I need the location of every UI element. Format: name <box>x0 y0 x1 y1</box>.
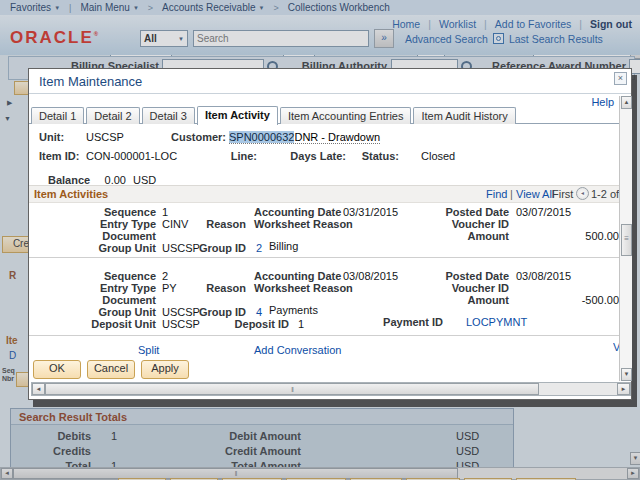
item-activities-title: Item Activities <box>34 188 108 200</box>
accounting-date-label: Accounting Date <box>254 206 341 218</box>
help-link[interactable]: Help <box>591 96 614 108</box>
amount-value: 500.00 <box>519 230 619 242</box>
tab-detail-1[interactable]: Detail 1 <box>31 107 84 124</box>
field-row-2: Item ID: CON-000001-LOC Line: Days Late:… <box>29 150 620 164</box>
amount-label: Amount <box>409 294 509 306</box>
close-icon[interactable]: × <box>614 72 627 85</box>
posted-date-value: 03/08/2015 <box>516 270 571 282</box>
find-link[interactable]: Find <box>486 188 507 200</box>
tab-detail-3[interactable]: Detail 3 <box>142 107 195 124</box>
sequence-label: Sequence <box>29 270 156 282</box>
group-unit-label: Group Unit <box>29 242 156 254</box>
cancel-button[interactable]: Cancel <box>87 360 135 379</box>
item-id-label: Item ID: <box>39 150 79 162</box>
group-id-label: Group ID <box>179 242 246 254</box>
add-conversation-link[interactable]: Add Conversation <box>254 344 341 356</box>
group-id-link[interactable]: 2 <box>256 242 262 254</box>
payment-id-label: Payment ID <box>343 316 443 328</box>
activity-row: Sequence 1 Accounting Date 03/31/2015 Po… <box>29 201 620 258</box>
entry-type-label: Entry Type <box>29 218 156 230</box>
group-id-label: Group ID <box>179 306 246 318</box>
sequence-value: 1 <box>162 206 168 218</box>
split-link[interactable]: Split <box>138 344 159 356</box>
reason-label: Reason <box>179 282 246 294</box>
modal-hscrollbar[interactable]: ◄ ||| ► <box>31 382 631 396</box>
deposit-id-value: 1 <box>298 318 304 330</box>
unit-value: USCSP <box>86 131 124 143</box>
line-label: Line: <box>209 150 257 162</box>
collections-workbench-screen: Favorites ▼ | Main Menu ▼ > Accounts Rec… <box>0 0 640 480</box>
customer-label: Customer: <box>159 131 226 143</box>
find-viewall-divider: | <box>510 188 513 200</box>
item-id-value: CON-000001-LOC <box>86 150 177 162</box>
apply-button[interactable]: Apply <box>141 360 189 379</box>
payment-id-link[interactable]: LOCPYMNT <box>466 316 527 328</box>
deposit-unit-label: Deposit Unit <box>29 318 156 330</box>
group-unit-label: Group Unit <box>29 306 156 318</box>
scroll-right-icon[interactable]: ► <box>617 383 630 395</box>
view-all-link[interactable]: View All <box>516 188 554 200</box>
modal-vscrollbar-thumb[interactable]: ≡ <box>621 224 632 256</box>
amount-value: -500.00 <box>519 294 619 306</box>
status-label: Status: <box>347 150 399 162</box>
customer-desc: DNR - Drawdown <box>294 131 380 143</box>
modal-title: Item Maintenance <box>39 74 142 89</box>
scroll-left-icon[interactable]: ◄ <box>32 383 45 395</box>
worksheet-reason-label: Worksheet Reason <box>254 282 353 294</box>
document-label: Document <box>29 294 156 306</box>
activity-category: Payments <box>269 304 318 316</box>
tab-bar: Detail 1 Detail 2 Detail 3 Item Activity… <box>31 106 516 124</box>
sequence-value: 2 <box>162 270 168 282</box>
document-label: Document <box>29 230 156 242</box>
reason-label: Reason <box>179 218 246 230</box>
group-id-link[interactable]: 4 <box>256 306 262 318</box>
tab-item-accounting-entries[interactable]: Item Accounting Entries <box>280 107 412 124</box>
amount-label: Amount <box>409 230 509 242</box>
voucher-id-label: Voucher ID <box>409 282 509 294</box>
first-page-icon[interactable]: ◄ <box>576 187 589 200</box>
voucher-id-label: Voucher ID <box>409 218 509 230</box>
unit-label: Unit: <box>39 131 64 143</box>
tab-item-activity[interactable]: Item Activity <box>197 106 278 125</box>
deposit-id-label: Deposit ID <box>219 318 289 330</box>
entry-type-value: PY <box>162 282 177 294</box>
activity-category: Billing <box>269 240 298 252</box>
accounting-date-label: Accounting Date <box>254 270 341 282</box>
field-row-1: Unit: USCSP Customer: SPN0000632DNR - Dr… <box>29 131 620 145</box>
modal-hscrollbar-thumb[interactable]: ||| <box>45 383 539 395</box>
entry-type-label: Entry Type <box>29 282 156 294</box>
activity-row: Sequence 2 Accounting Date 03/08/2015 Po… <box>29 258 620 336</box>
modal-titlebar: Item Maintenance × <box>29 69 631 94</box>
deposit-unit-value: USCSP <box>162 318 200 330</box>
tab-detail-2[interactable]: Detail 2 <box>86 107 139 124</box>
sequence-label: Sequence <box>29 206 156 218</box>
posted-date-value: 03/07/2015 <box>516 206 571 218</box>
item-maintenance-modal: Item Maintenance × Help Detail 1 Detail … <box>28 68 632 400</box>
ok-button[interactable]: OK <box>33 360 81 379</box>
status-value: Closed <box>421 150 455 162</box>
modal-vscrollbar[interactable]: ▲ ≡ ▼ <box>619 96 632 381</box>
tab-item-audit-history[interactable]: Item Audit History <box>413 107 515 124</box>
customer-value[interactable]: SPN0000632DNR - Drawdown <box>229 131 380 144</box>
first-label: First <box>552 188 573 200</box>
scroll-down-icon[interactable]: ▼ <box>621 368 632 381</box>
posted-date-label: Posted Date <box>409 270 509 282</box>
accounting-date-value: 03/31/2015 <box>343 206 398 218</box>
accounting-date-value: 03/08/2015 <box>343 270 398 282</box>
scroll-up-icon[interactable]: ▲ <box>621 96 632 109</box>
worksheet-reason-label: Worksheet Reason <box>254 218 353 230</box>
customer-id-selected[interactable]: SPN0000632 <box>229 131 294 143</box>
days-late-label: Days Late: <box>264 150 346 162</box>
posted-date-label: Posted Date <box>409 206 509 218</box>
